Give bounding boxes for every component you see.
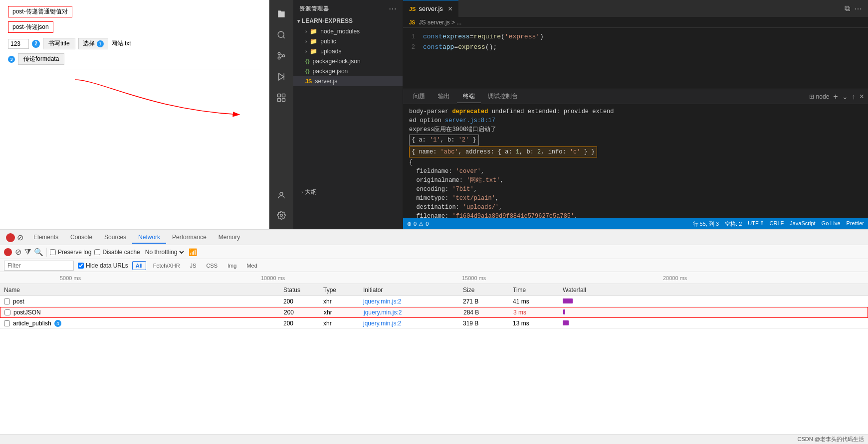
tab-problems[interactable]: 问题 <box>407 90 431 103</box>
tab-terminal[interactable]: 终端 <box>457 90 481 103</box>
hide-data-urls-checkbox[interactable] <box>78 263 84 269</box>
more-actions-icon[interactable]: ⋯ <box>854 4 862 13</box>
folder-node-modules[interactable]: › 📁 node_modules <box>293 26 403 36</box>
run-icon[interactable] <box>271 67 291 87</box>
record-network-icon[interactable] <box>4 248 12 256</box>
line-ending: CRLF <box>770 220 784 228</box>
terminal-add-icon[interactable]: + <box>833 92 838 101</box>
tab-elements[interactable]: Elements <box>27 232 64 244</box>
wifi-icon: 📶 <box>189 248 197 256</box>
outline-section[interactable]: › 大纲 <box>297 186 399 198</box>
source-control-icon[interactable] <box>271 46 291 66</box>
svg-rect-13 <box>282 99 285 102</box>
spaces: 空格: 2 <box>725 220 742 228</box>
file-icon-json2: {} <box>305 68 310 74</box>
type-all[interactable]: All <box>132 261 146 270</box>
tab-memory[interactable]: Memory <box>213 232 246 244</box>
type-img[interactable]: Img <box>224 262 239 270</box>
folder-icon: 📁 <box>310 28 317 35</box>
prettier[interactable]: Prettier <box>847 220 864 228</box>
table-row[interactable]: post 200 xhr jquery.min.js:2 271 B 41 ms <box>0 296 868 307</box>
type-med[interactable]: Med <box>243 262 260 270</box>
folder-public[interactable]: › 📁 public <box>293 36 403 46</box>
row-name-post: post <box>0 298 279 305</box>
file-server-js[interactable]: JS server.js <box>293 76 403 86</box>
term-line-9: encoding: '7bit', <box>409 185 862 194</box>
formdata-button[interactable]: 传递formdata <box>18 53 64 65</box>
write-title-button[interactable]: 书写title <box>43 38 75 49</box>
editor-tabs: JS server.js × ⧉ ⋯ <box>403 0 868 17</box>
explorer-more-icon[interactable]: ⋯ <box>389 4 397 13</box>
terminal-maximize-icon[interactable]: ↑ <box>852 93 856 101</box>
type-css[interactable]: CSS <box>203 262 220 270</box>
explorer-project-section[interactable]: ▾ LEARN-EXPRESS <box>293 15 403 26</box>
svg-point-1 <box>278 31 284 37</box>
tab-console[interactable]: Console <box>64 232 98 244</box>
tab-performance[interactable]: Performance <box>166 232 213 244</box>
table-row[interactable]: postJSON 200 xhr jquery.min.js:2 284 B 3… <box>0 307 868 318</box>
account-icon[interactable] <box>271 185 291 205</box>
record-icon[interactable] <box>6 233 15 242</box>
chevron-down-icon: ▾ <box>297 18 300 24</box>
term-line-12: filename: 'f1604d9a1a89d9f8841e579627e5a… <box>409 212 862 218</box>
net-table-header: Name Status Type Initiator Size Time Wat… <box>0 284 868 296</box>
footer-text: CSDN @老李头的代码生活 <box>798 436 864 443</box>
clear-network-icon[interactable]: ⊘ <box>15 247 21 257</box>
preserve-log-label[interactable]: Preserve log <box>50 249 91 256</box>
row-size-article: 319 B <box>459 320 509 327</box>
code-line-1: 1 const express = require('express') <box>403 32 868 42</box>
badge-2: 2 <box>32 40 40 48</box>
type-fetch-xhr[interactable]: Fetch/XHR <box>150 262 183 270</box>
tab-server-js[interactable]: JS server.js × <box>403 0 458 17</box>
preserve-log-checkbox[interactable] <box>50 249 56 255</box>
badge-1: 1 <box>97 40 104 47</box>
row-checkbox[interactable] <box>4 320 10 326</box>
clear-icon[interactable]: ⊘ <box>17 233 23 242</box>
file-package[interactable]: {} package.json <box>293 66 403 76</box>
tab-sources[interactable]: Sources <box>98 232 132 244</box>
filter-icon[interactable]: ⧩ <box>24 248 31 257</box>
file-icon-json: {} <box>305 58 310 64</box>
row-checkbox[interactable] <box>4 309 10 315</box>
hide-data-urls-label[interactable]: Hide data URLs <box>78 262 128 269</box>
tab-close-icon[interactable]: × <box>448 4 452 13</box>
settings-icon[interactable] <box>271 205 291 225</box>
throttle-select[interactable]: No throttling <box>143 248 186 256</box>
extensions-icon[interactable] <box>271 88 291 108</box>
select-button[interactable]: 选择 1 <box>78 38 108 49</box>
errors-count: ⊗0 ⚠0 <box>407 221 429 227</box>
code-editor[interactable]: 1 const express = require('express') 2 c… <box>403 28 868 89</box>
tab-debug-console[interactable]: 调试控制台 <box>482 90 524 103</box>
disable-cache-checkbox[interactable] <box>94 249 100 255</box>
tab-output[interactable]: 输出 <box>432 90 456 103</box>
search-network-icon[interactable]: 🔍 <box>34 248 43 257</box>
row-time-postjson: 3 ms <box>509 309 559 316</box>
file-package-lock[interactable]: {} package-lock.json <box>293 56 403 66</box>
col-time-header: Time <box>509 287 559 294</box>
filter-input[interactable] <box>4 261 74 271</box>
term-line-11: destination: 'uploads/', <box>409 203 862 212</box>
terminal-split-icon[interactable]: ⌄ <box>842 93 848 101</box>
title-input[interactable] <box>8 39 29 49</box>
col-waterfall-header: Waterfall <box>559 287 868 294</box>
split-editor-icon[interactable]: ⧉ <box>845 4 850 13</box>
search-icon[interactable] <box>271 25 291 45</box>
disable-cache-label[interactable]: Disable cache <box>94 249 140 256</box>
svg-point-3 <box>278 57 280 59</box>
form1-label: post-传递普通键值对 <box>8 6 72 17</box>
folder-uploads[interactable]: › 📁 uploads <box>293 46 403 56</box>
folder-icon: 📁 <box>310 48 317 55</box>
tab-network[interactable]: Network <box>132 232 166 244</box>
files-icon[interactable] <box>271 4 291 24</box>
term-line-3: express应用在3000端口启动了 <box>409 125 862 134</box>
go-live[interactable]: Go Live <box>822 220 841 228</box>
terminal-tabs-bar: 问题 输出 终端 调试控制台 ⊞ node + ⌄ ↑ × <box>403 89 868 104</box>
row-checkbox[interactable] <box>4 298 10 304</box>
timeline-marker-3: 15000 ms <box>462 275 663 281</box>
badge-3: 3 <box>8 56 15 63</box>
table-row[interactable]: article_publish 4 200 xhr jquery.min.js:… <box>0 318 868 329</box>
svg-point-14 <box>280 192 283 195</box>
terminal-close-icon[interactable]: × <box>860 92 864 101</box>
row-size-postjson: 284 B <box>459 309 509 316</box>
type-js[interactable]: JS <box>187 262 200 270</box>
